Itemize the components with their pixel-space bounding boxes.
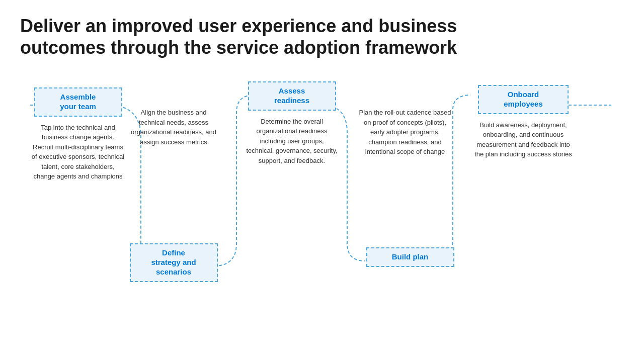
onboard-description: Build awareness, deployment, onboarding,…	[474, 120, 573, 159]
step-build: Build plan	[362, 247, 458, 267]
step-define: Define strategy and scenarios	[126, 243, 221, 282]
assemble-label: Assemble your team	[60, 93, 96, 111]
assess-label: Assess readiness	[274, 86, 309, 105]
build-box: Build plan	[366, 247, 454, 267]
step-build-desc: Plan the roll-out cadence based on proof…	[355, 103, 455, 157]
assess-description: Determine the overall organizational rea…	[246, 117, 339, 166]
step-assemble: Assemble your team Tap into the technica…	[30, 87, 126, 182]
onboard-label: Onboard employees	[504, 90, 543, 108]
define-description: Align the business and technical needs, …	[127, 108, 220, 147]
step-onboard: Onboard employees Build awareness, deplo…	[473, 85, 574, 159]
define-label: Define strategy and scenarios	[151, 248, 196, 276]
assess-box: Assess readiness	[248, 81, 336, 111]
build-description: Plan the roll-out cadence based on proof…	[356, 108, 454, 157]
assemble-description: Tap into the technical and business chan…	[32, 123, 125, 182]
assemble-box: Assemble your team	[34, 87, 122, 117]
onboard-box: Onboard employees	[478, 85, 569, 114]
diagram: Assemble your team Tap into the technica…	[20, 72, 624, 289]
define-box: Define strategy and scenarios	[130, 243, 218, 282]
build-label: Build plan	[392, 252, 429, 261]
step-assess: Assess readiness Determine the overall o…	[244, 81, 340, 165]
main-title: Deliver an improved user experience and …	[20, 15, 624, 58]
step-define-desc: Align the business and technical needs, …	[126, 103, 221, 147]
